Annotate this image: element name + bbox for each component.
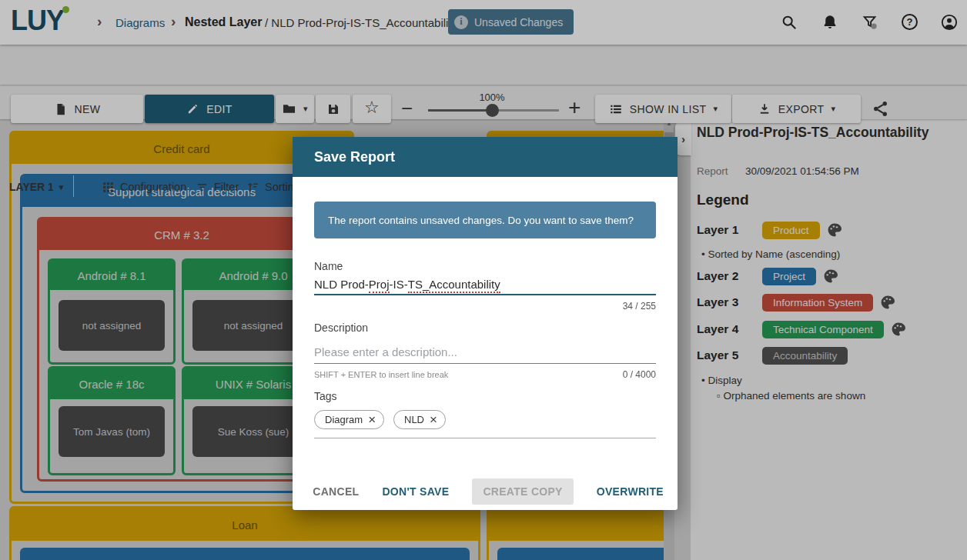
dialog-title-bar: Save Report: [293, 137, 678, 177]
name-field-label: Name: [314, 260, 343, 272]
name-text: -IS-: [390, 278, 408, 291]
description-input[interactable]: Please enter a description...: [314, 345, 457, 358]
tag-chip-diagram[interactable]: Diagram ×: [314, 410, 384, 429]
remove-tag-icon[interactable]: ×: [368, 413, 376, 426]
dialog-actions: CANCEL DON'T SAVE CREATE COPY OVERWRITE: [313, 478, 664, 505]
dont-save-button[interactable]: DON'T SAVE: [382, 485, 449, 498]
description-field-label: Description: [314, 322, 368, 334]
name-text-misspelled: Proj: [369, 278, 390, 293]
description-char-counter: 0 / 4000: [623, 369, 656, 380]
remove-tag-icon[interactable]: ×: [430, 413, 437, 426]
name-input-underline: [314, 294, 656, 295]
unsaved-info-banner: The report contains unsaved changes. Do …: [314, 202, 656, 238]
name-text: NLD Prod-: [314, 278, 369, 291]
description-input-underline: [314, 363, 656, 364]
name-char-counter: 34 / 255: [623, 301, 656, 312]
name-input[interactable]: NLD Prod-Proj-IS-TS_Accountability: [314, 278, 500, 291]
description-hint: SHIFT + ENTER to insert line break: [314, 370, 448, 379]
dialog-title: Save Report: [314, 149, 395, 165]
tag-label: NLD: [404, 414, 424, 425]
tags-field-label: Tags: [314, 390, 337, 402]
tag-chip-nld[interactable]: NLD ×: [393, 410, 446, 429]
tag-label: Diagram: [325, 414, 363, 425]
cancel-button[interactable]: CANCEL: [313, 485, 359, 498]
save-report-dialog: Save Report The report contains unsaved …: [293, 137, 678, 510]
create-copy-button[interactable]: CREATE COPY: [472, 478, 573, 505]
info-banner-text: The report contains unsaved changes. Do …: [328, 215, 634, 226]
overwrite-button[interactable]: OVERWRITE: [597, 485, 664, 498]
name-text-misspelled: TS_Accountability: [408, 278, 500, 293]
tags-input-underline: [314, 438, 656, 438]
